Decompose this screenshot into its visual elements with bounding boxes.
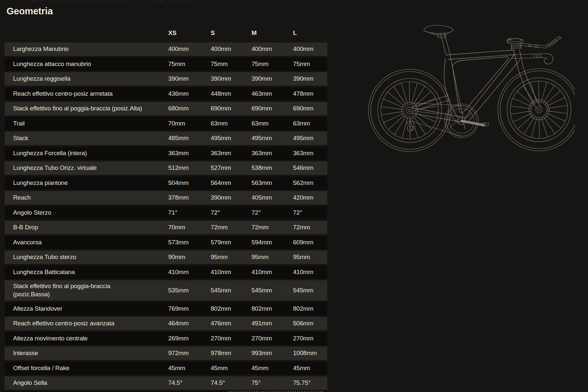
row-value: 390mm — [211, 75, 252, 83]
row-value: 594mm — [252, 238, 293, 247]
table-row: Lunghezza Batticatana410mm410mm410mm410m… — [5, 266, 327, 279]
row-value: 390mm — [211, 194, 252, 202]
row-label: Lunghezza attacco manubrio — [5, 60, 168, 68]
row-value: 609mm — [293, 238, 327, 247]
row-label: Reach effettivo centro-posiz arrretata — [5, 90, 168, 98]
table-row: Angolo Sella74.5°74.5°75°75.75° — [5, 376, 327, 390]
geometry-table: XSSML Larghezza Manubrio400mm400mm400mm4… — [5, 29, 327, 391]
row-value: 269mm — [168, 335, 211, 343]
row-value: 63mm — [293, 120, 327, 128]
row-value: 95mm — [293, 253, 327, 261]
row-value: 390mm — [168, 75, 211, 83]
row-value: 495mm — [293, 134, 327, 142]
row-value: 512mm — [168, 164, 211, 172]
row-value: 546mm — [293, 164, 327, 172]
table-row: Trail70mm63mm63mm63mm — [5, 117, 327, 130]
row-value: 538mm — [252, 164, 293, 172]
row-value: 410mm — [211, 268, 252, 276]
row-value: 802mm — [252, 305, 293, 313]
column-header: S — [211, 29, 252, 37]
table-row: Interasse972mm978mm993mm1008mm — [5, 347, 327, 360]
row-label: Stack — [5, 134, 168, 142]
page-title: Geometria — [7, 6, 53, 17]
row-value: 495mm — [211, 134, 252, 142]
column-header: M — [252, 29, 293, 37]
row-label: Lunghezza Tubo Orizz. virtuale — [5, 164, 168, 172]
row-value: 75mm — [293, 60, 327, 68]
row-value: 1008mm — [293, 349, 327, 357]
row-value: 579mm — [211, 238, 252, 247]
row-label: Trail — [5, 120, 168, 128]
row-value: 564mm — [211, 179, 252, 187]
row-value: 363mm — [168, 149, 211, 157]
row-value: 504mm — [168, 179, 211, 187]
row-value: 400mm — [252, 45, 293, 53]
rear-wheel — [368, 69, 451, 152]
row-value: 400mm — [211, 45, 252, 53]
row-value: 74.5° — [211, 379, 252, 387]
row-value: 410mm — [293, 268, 327, 276]
row-value: 72° — [252, 209, 293, 217]
front-spokes — [511, 81, 567, 138]
row-label: Altezza Standover — [5, 305, 168, 313]
row-value: 270mm — [252, 335, 293, 343]
row-value: 690mm — [252, 105, 293, 113]
geometry-table-body: Larghezza Manubrio400mm400mm400mm400mmLu… — [5, 42, 327, 390]
rear-spokes — [382, 82, 438, 139]
row-value: 72° — [211, 209, 252, 217]
row-value: 802mm — [211, 305, 252, 313]
row-value: 464mm — [168, 319, 211, 328]
table-row: Avancorsa573mm579mm594mm609mm — [5, 236, 327, 249]
row-value: 71° — [168, 209, 211, 217]
row-value: 390mm — [252, 75, 293, 83]
row-value: 363mm — [293, 149, 327, 157]
table-row: Stack effettivo fino al poggia-braccia (… — [5, 280, 327, 301]
row-value: 72mm — [211, 223, 252, 232]
row-value: 63mm — [252, 120, 293, 128]
table-row: Lunghezza piantone504mm564mm563mm562mm — [5, 176, 327, 190]
aerobars — [507, 37, 561, 64]
table-row: Larghezza Manubrio400mm400mm400mm400mm — [5, 42, 327, 56]
row-value: 72mm — [293, 223, 327, 232]
row-value: 495mm — [252, 134, 293, 142]
row-value: 270mm — [293, 335, 327, 343]
column-header: L — [293, 29, 327, 37]
row-value: 45mm — [168, 364, 211, 372]
row-value: 680mm — [168, 105, 211, 113]
table-row: Lunghezza Forcella (intera)363mm363mm363… — [5, 147, 327, 160]
row-value: 690mm — [211, 105, 252, 113]
row-label: Avancorsa — [5, 238, 168, 247]
row-value: 400mm — [168, 45, 211, 53]
row-value: 45mm — [211, 364, 252, 372]
row-label: B-B Drop — [5, 223, 168, 232]
row-value: 476mm — [211, 319, 252, 328]
row-value: 993mm — [252, 349, 293, 357]
row-value: 45mm — [293, 364, 327, 372]
table-row: Offset forcella / Rake45mm45mm45mm45mm — [5, 362, 327, 375]
row-value: 436mm — [168, 90, 211, 98]
row-label: Larghezza Manubrio — [5, 45, 168, 53]
row-value: 485mm — [168, 134, 211, 142]
row-value: 75mm — [252, 60, 293, 68]
row-value: 478mm — [293, 90, 327, 98]
tt-bike-line-drawing — [366, 13, 575, 154]
table-row: Reach effettivo centro-posiz arrretata43… — [5, 87, 327, 101]
row-value: 90mm — [168, 253, 211, 261]
row-value: 769mm — [168, 305, 211, 313]
row-label: Lunghezza Batticatana — [5, 268, 168, 276]
row-value: 573mm — [168, 238, 211, 247]
row-value: 390mm — [293, 75, 327, 83]
row-value: 74.5° — [168, 379, 211, 387]
row-value: 972mm — [168, 349, 211, 357]
row-value: 527mm — [211, 164, 252, 172]
row-value: 506mm — [293, 319, 327, 328]
row-label: Stack effettivo fino al poggia-braccia (… — [5, 105, 168, 113]
table-row: Lunghezza Tubo Orizz. virtuale512mm527mm… — [5, 161, 327, 175]
row-value: 491mm — [252, 319, 293, 328]
row-value: 545mm — [252, 286, 293, 295]
table-row: Reach effettivo centro-posiz avanzata464… — [5, 317, 327, 330]
clipped-text-top-edge — [33, 0, 196, 1]
table-row: B-B Drop70mm72mm72mm72mm — [5, 221, 327, 234]
row-value: 802mm — [293, 305, 327, 313]
row-value: 45mm — [252, 364, 293, 372]
